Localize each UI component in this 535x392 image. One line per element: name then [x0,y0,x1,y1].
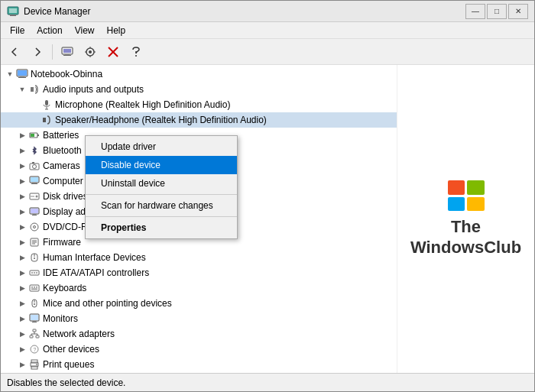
tree-print[interactable]: ▶ Print queues [1,357,397,372]
audio-expand-icon: ▼ [16,83,28,96]
ctx-separator-2 [86,216,237,217]
scan-button[interactable] [79,42,101,62]
svg-rect-59 [34,287,35,288]
ide-label: IDE ATA/ATAPI controllers [43,267,149,278]
print-icon [28,358,41,371]
watermark-text: The WindowsClub [410,217,521,258]
svg-rect-29 [31,134,34,137]
battery-icon [28,129,41,141]
monitor-icon [28,313,41,325]
tree-mic[interactable]: Microphone (Realtek High Definition Audi… [1,97,397,112]
ctx-update-driver[interactable]: Update driver [86,138,237,156]
bluetooth-icon [28,144,41,157]
menu-help[interactable]: Help [101,24,132,37]
mouse-icon [28,297,41,309]
speaker-icon [41,114,53,126]
tree-processors[interactable]: ▶ Processors [1,372,397,373]
tree-hid[interactable]: ▶ Human Interface Devices [1,250,397,265]
status-bar: Disables the selected device. [1,373,534,391]
tree-other[interactable]: ▶ ? Other devices [1,342,397,357]
svg-rect-58 [31,287,33,288]
tree-keyboards[interactable]: ▶ Keyboards [1,280,397,296]
tree-mice[interactable]: ▶ Mice and other pointing devices [1,296,397,311]
watermark-line1: The [451,217,481,236]
svg-rect-41 [31,209,38,213]
svg-rect-61 [31,289,37,290]
network-label: Network adapters [43,329,115,339]
computer-button[interactable] [57,42,78,62]
batteries-expand-icon: ▶ [16,129,28,141]
svg-rect-57 [30,285,39,291]
minimize-button[interactable]: — [465,4,485,19]
svg-rect-5 [63,49,71,53]
audio-icon [28,83,41,96]
win-logo-red [448,180,465,195]
speaker-expand-space [28,114,41,126]
watermark: The WindowsClub [397,65,534,373]
svg-rect-26 [43,118,46,122]
firmware-expand-icon: ▶ [16,236,28,248]
menu-action[interactable]: Action [31,24,68,37]
back-button[interactable] [4,42,25,62]
tree-root[interactable]: ▼ Notebook-Obinna [1,66,397,82]
svg-point-16 [135,55,137,57]
ctx-uninstall-device[interactable]: Uninstall device [86,174,237,193]
tree-audio[interactable]: ▼ Audio inputs and outputs [1,82,397,97]
svg-rect-67 [33,321,36,322]
mice-label: Mice and other pointing devices [43,298,172,309]
watermark-line2: WindowsClub [410,238,521,257]
tree-monitors[interactable]: ▶ Monitors [1,311,397,326]
svg-rect-35 [32,183,37,183]
close-button[interactable]: ✕ [508,4,528,19]
root-label: Notebook-Obinna [31,69,102,79]
svg-point-31 [33,165,37,169]
mic-expand-space [28,99,41,111]
win-logo-blue [448,197,465,212]
svg-rect-21 [18,77,26,78]
svg-rect-23 [45,100,48,105]
title-bar-icon [7,5,19,18]
svg-text:?: ? [34,347,37,352]
svg-rect-42 [33,214,36,215]
svg-rect-36 [31,183,37,184]
display-icon [28,206,41,218]
cameras-label: Cameras [43,160,80,171]
tree-ide[interactable]: ▶ IDE ATA/ATAPI controllers [1,265,397,280]
svg-rect-22 [31,87,34,92]
ctx-disable-device[interactable]: Disable device [86,156,237,174]
diskdrive-icon [28,190,41,202]
win-logo-green [467,180,485,195]
delete-button[interactable] [102,42,124,62]
svg-rect-28 [37,134,39,136]
keyboard-icon [28,282,41,294]
keyboards-expand-icon: ▶ [16,282,28,294]
menu-file[interactable]: File [4,24,31,37]
ctx-properties[interactable]: Properties [86,219,237,237]
display-expand-icon: ▶ [16,206,28,218]
svg-rect-71 [36,335,39,338]
maximize-button[interactable]: □ [487,4,507,19]
svg-rect-60 [36,287,37,288]
keyboards-label: Keyboards [43,283,86,293]
svg-rect-70 [30,335,33,338]
hid-label: Human Interface Devices [43,252,146,263]
ctx-scan-hardware[interactable]: Scan for hardware changes [86,196,237,215]
help-button[interactable] [125,42,147,62]
camera-icon [28,160,41,172]
tree-network[interactable]: ▶ Network adapters [1,326,397,342]
svg-point-64 [34,303,35,305]
diskdrive-expand-icon: ▶ [16,190,28,202]
svg-point-9 [89,50,92,53]
svg-point-52 [34,258,35,259]
svg-rect-32 [32,162,34,164]
svg-rect-34 [31,177,38,182]
tree-speaker[interactable]: Speaker/Headphone (Realtek High Definiti… [1,112,397,128]
menu-view[interactable]: View [69,24,101,37]
network-icon [28,328,41,340]
forward-button[interactable] [27,42,48,62]
computer-icon [16,68,28,80]
device-manager-window: Device Manager — □ ✕ File Action View He… [0,0,535,392]
computer-label: Computer [43,176,83,186]
svg-rect-43 [32,215,37,215]
svg-rect-55 [34,272,35,274]
